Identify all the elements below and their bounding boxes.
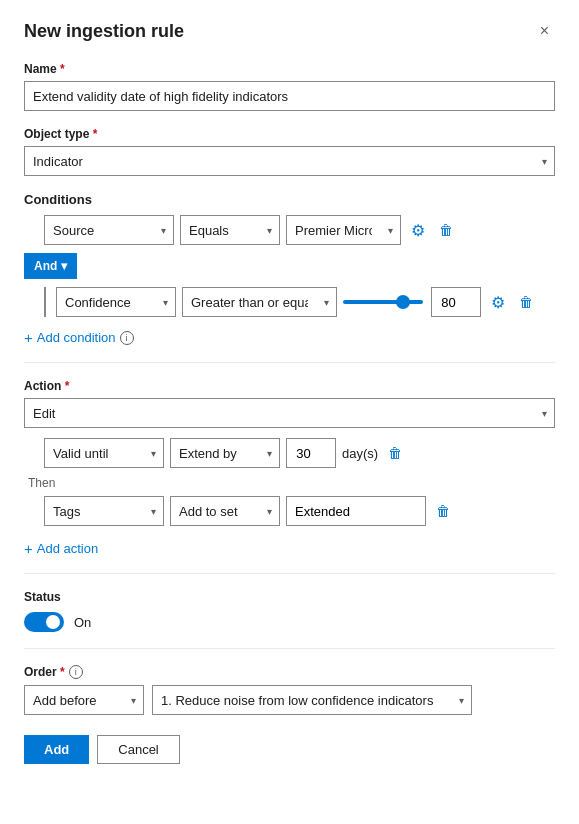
cancel-button[interactable]: Cancel: [97, 735, 179, 764]
action1-operator-wrapper: Extend by ▾: [170, 438, 280, 468]
condition2-slider-container: [343, 287, 481, 317]
condition1-delete-button[interactable]: 🗑: [435, 220, 457, 240]
action-type-select[interactable]: Edit: [24, 398, 555, 428]
object-type-select-wrapper: Indicator ▾: [24, 146, 555, 176]
divider-1: [24, 362, 555, 363]
action1-field-wrapper: Valid until ▾: [44, 438, 164, 468]
close-button[interactable]: ×: [534, 20, 555, 42]
condition2-inner: Confidence ▾ Greater than or equal ▾ ⚙ 🗑: [44, 287, 537, 317]
action-label: Action: [24, 379, 555, 393]
and-connector-button[interactable]: And ▾: [24, 253, 77, 279]
add-condition-button[interactable]: + Add condition i: [24, 329, 134, 346]
status-section: Status On: [24, 590, 555, 632]
then-label: Then: [24, 476, 555, 490]
name-input[interactable]: [24, 81, 555, 111]
toggle-slider: [24, 612, 64, 632]
add-button[interactable]: Add: [24, 735, 89, 764]
name-label: Name: [24, 62, 555, 76]
condition1-settings-icon[interactable]: ⚙: [407, 219, 429, 242]
conditions-section: Conditions Source ▾ Equals ▾ Premier Mic…: [24, 192, 555, 346]
condition1-value-wrapper: Premier Micro... ▾: [286, 215, 401, 245]
condition2-slider[interactable]: [343, 300, 423, 304]
condition2-number-input[interactable]: [431, 287, 481, 317]
action1-operator-select[interactable]: Extend by: [170, 438, 280, 468]
action-type-wrapper: Edit ▾: [24, 398, 555, 428]
condition2-operator-wrapper: Greater than or equal ▾: [182, 287, 337, 317]
action2-value-input[interactable]: [286, 496, 426, 526]
condition-row-2: Confidence ▾ Greater than or equal ▾ ⚙ 🗑: [24, 287, 555, 317]
add-condition-label: Add condition: [37, 330, 116, 345]
action2-field-wrapper: Tags ▾: [44, 496, 164, 526]
status-on-label: On: [74, 615, 91, 630]
action-row-1: Valid until ▾ Extend by ▾ day(s) 🗑: [24, 438, 555, 468]
object-type-select[interactable]: Indicator: [24, 146, 555, 176]
name-section: Name: [24, 62, 555, 111]
condition2-settings-icon[interactable]: ⚙: [487, 291, 509, 314]
condition1-field-select[interactable]: Source: [44, 215, 174, 245]
add-action-label: Add action: [37, 541, 98, 556]
condition2-field-select[interactable]: Confidence: [56, 287, 176, 317]
order-rule-wrapper: 1. Reduce noise from low confidence indi…: [152, 685, 472, 715]
add-action-button[interactable]: + Add action: [24, 540, 98, 557]
order-section: Order i Add before Add after ▾ 1. Reduce…: [24, 665, 555, 715]
status-toggle[interactable]: [24, 612, 64, 632]
condition-row-1: Source ▾ Equals ▾ Premier Micro... ▾ ⚙ 🗑: [24, 215, 555, 245]
dialog-header: New ingestion rule ×: [24, 20, 555, 42]
new-ingestion-rule-dialog: New ingestion rule × Name Object type In…: [0, 0, 579, 824]
action1-days-label: day(s): [342, 446, 378, 461]
footer-buttons: Add Cancel: [24, 735, 555, 764]
status-label: Status: [24, 590, 555, 604]
divider-3: [24, 648, 555, 649]
action2-field-select[interactable]: Tags: [44, 496, 164, 526]
object-type-section: Object type Indicator ▾: [24, 127, 555, 176]
add-action-plus-icon: +: [24, 540, 33, 557]
condition2-operator-select[interactable]: Greater than or equal: [182, 287, 337, 317]
action1-field-select[interactable]: Valid until: [44, 438, 164, 468]
condition1-field-wrapper: Source ▾: [44, 215, 174, 245]
action2-operator-wrapper: Add to set ▾: [170, 496, 280, 526]
dialog-title: New ingestion rule: [24, 21, 184, 42]
condition2-delete-button[interactable]: 🗑: [515, 292, 537, 312]
add-condition-info-icon: i: [120, 331, 134, 345]
condition1-operator-select[interactable]: Equals: [180, 215, 280, 245]
order-info-icon: i: [69, 665, 83, 679]
order-label-row: Order i: [24, 665, 555, 679]
order-before-wrapper: Add before Add after ▾: [24, 685, 144, 715]
action1-delete-button[interactable]: 🗑: [384, 443, 406, 463]
action1-days-input[interactable]: [286, 438, 336, 468]
action2-delete-button[interactable]: 🗑: [432, 501, 454, 521]
condition1-value-select[interactable]: Premier Micro...: [286, 215, 401, 245]
condition1-operator-wrapper: Equals ▾: [180, 215, 280, 245]
order-label: Order: [24, 665, 65, 679]
add-condition-plus-icon: +: [24, 329, 33, 346]
action-section: Action Edit ▾ Valid until ▾ Extend by ▾: [24, 379, 555, 557]
status-row: On: [24, 612, 555, 632]
condition2-field-wrapper: Confidence ▾: [56, 287, 176, 317]
action-row-2: Tags ▾ Add to set ▾ 🗑: [24, 496, 555, 526]
conditions-label: Conditions: [24, 192, 555, 207]
object-type-label: Object type: [24, 127, 555, 141]
order-rule-select[interactable]: 1. Reduce noise from low confidence indi…: [152, 685, 472, 715]
order-inputs: Add before Add after ▾ 1. Reduce noise f…: [24, 685, 555, 715]
and-connector-label: And: [34, 259, 57, 273]
action2-operator-select[interactable]: Add to set: [170, 496, 280, 526]
divider-2: [24, 573, 555, 574]
and-connector-chevron-icon: ▾: [61, 259, 67, 273]
order-before-select[interactable]: Add before Add after: [24, 685, 144, 715]
